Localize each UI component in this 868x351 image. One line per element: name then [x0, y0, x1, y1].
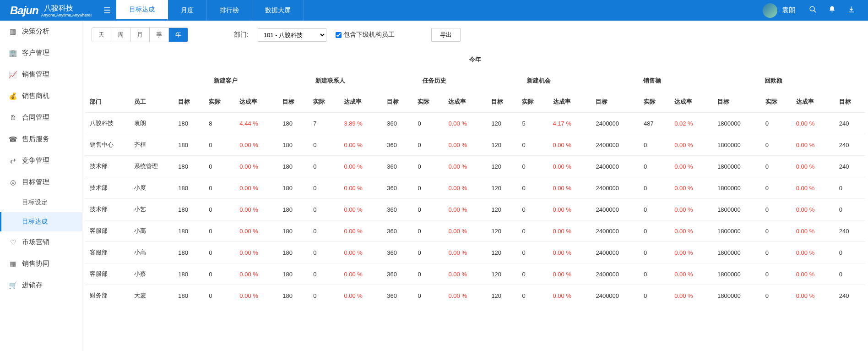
- segment-季[interactable]: 季: [150, 28, 169, 42]
- sidebar-item-2[interactable]: 📈销售管理: [0, 64, 82, 85]
- sidebar-subitem-7-0[interactable]: 目标设定: [0, 193, 82, 212]
- brand-logo: Bajun 八骏科技 Anyone,Anytime,Anywhere!: [0, 4, 98, 17]
- cell-actual: 0: [517, 177, 548, 199]
- sidebar-item-1[interactable]: 🏢客户管理: [0, 42, 82, 64]
- cell-rate: 0.00 %: [548, 156, 591, 177]
- cell-target: 2400000: [591, 263, 639, 285]
- heart-icon: ♡: [8, 238, 17, 247]
- sidebar-item-10[interactable]: 🛒进销存: [0, 274, 82, 296]
- top-tab-0[interactable]: 目标达成: [116, 0, 168, 21]
- cell-target: 0: [835, 263, 865, 285]
- cell-actual: 0: [639, 134, 670, 156]
- cell-actual: 0: [413, 134, 444, 156]
- cell-target: 120: [487, 156, 517, 177]
- table-row[interactable]: 销售中心齐桓18000.00 %18000.00 %36000.00 %1200…: [85, 134, 865, 156]
- avatar[interactable]: [763, 3, 777, 18]
- sidebar-item-5[interactable]: ☎售后服务: [0, 128, 82, 150]
- col-header: 目标: [174, 91, 204, 113]
- table-row[interactable]: 八骏科技袁朗18084.44 %18073.89 %36000.00 %1205…: [85, 113, 865, 134]
- download-icon[interactable]: [846, 5, 856, 16]
- bell-icon[interactable]: [827, 5, 837, 16]
- svg-point-0: [810, 6, 814, 11]
- brand-main: Bajun: [10, 4, 38, 17]
- target-icon: ◎: [8, 178, 17, 186]
- col-header: 达成率: [670, 91, 713, 113]
- user-name[interactable]: 袁朗: [782, 6, 796, 15]
- cell-rate: 0.00 %: [235, 220, 278, 242]
- cell-target: 1800000: [713, 220, 761, 242]
- cell-target: 360: [382, 285, 413, 307]
- chart-icon: ▥: [8, 27, 17, 36]
- cell-rate: 0.00 %: [444, 156, 487, 177]
- segment-周[interactable]: 周: [111, 28, 130, 42]
- cell-target: 2400000: [591, 242, 639, 263]
- cell-rate: 3.89 %: [339, 113, 382, 134]
- cell-target: 120: [487, 220, 517, 242]
- sidebar-item-0[interactable]: ▥决策分析: [0, 21, 82, 42]
- table-row[interactable]: 财务部大麦18000.00 %18000.00 %36000.00 %12000…: [85, 285, 865, 307]
- cell-target: 180: [278, 242, 309, 263]
- cell-rate: 0.00 %: [235, 199, 278, 220]
- cell-rate: 0.00 %: [444, 220, 487, 242]
- cell-actual: 0: [413, 113, 444, 134]
- segment-年[interactable]: 年: [169, 28, 188, 42]
- cell-rate: 0.00 %: [670, 242, 713, 263]
- table-row[interactable]: 客服部小高18000.00 %18000.00 %36000.00 %12000…: [85, 220, 865, 242]
- cell-dept: 客服部: [85, 242, 130, 263]
- cell-rate: 0.00 %: [792, 285, 835, 307]
- include-sub-checkbox[interactable]: [336, 32, 342, 38]
- cell-actual: 0: [309, 156, 339, 177]
- sidebar-item-label: 竞争管理: [22, 156, 49, 165]
- col-header: 达成率: [235, 91, 278, 113]
- top-tab-1[interactable]: 月度: [168, 0, 207, 21]
- table-row[interactable]: 技术部小艺18000.00 %18000.00 %36000.00 %12000…: [85, 199, 865, 220]
- cell-dept: 财务部: [85, 285, 130, 307]
- cell-target: 180: [174, 177, 204, 199]
- cell-target: 1800000: [713, 263, 761, 285]
- cell-actual: 0: [413, 156, 444, 177]
- cell-rate: 0.00 %: [339, 134, 382, 156]
- top-tab-2[interactable]: 排行榜: [207, 0, 252, 21]
- cell-target: 180: [278, 263, 309, 285]
- menu-toggle-icon[interactable]: ☰: [98, 5, 116, 16]
- sidebar-item-4[interactable]: 🗎合同管理: [0, 107, 82, 128]
- cell-rate: 0.00 %: [548, 199, 591, 220]
- col-header: 目标: [713, 91, 761, 113]
- segment-天[interactable]: 天: [92, 28, 111, 42]
- cell-target: 2400000: [591, 113, 639, 134]
- sidebar-subitem-7-1[interactable]: 目标达成: [0, 212, 82, 231]
- cell-rate: 0.00 %: [444, 177, 487, 199]
- table-wrap[interactable]: 今年新建客户新建联系人任务历史新建机会销售额回款额部门员工目标实际达成率目标实际…: [82, 49, 868, 315]
- table-row[interactable]: 技术部小度18000.00 %18000.00 %36000.00 %12000…: [85, 177, 865, 199]
- cell-emp: 小艺: [130, 199, 174, 220]
- dept-select[interactable]: 101 - 八骏科技: [258, 28, 326, 42]
- search-icon[interactable]: [808, 5, 818, 16]
- table-row[interactable]: 客服部小高18000.00 %18000.00 %36000.00 %12000…: [85, 242, 865, 263]
- cell-rate: 0.00 %: [792, 220, 835, 242]
- include-sub-wrap[interactable]: 包含下级机构员工: [336, 31, 395, 39]
- cell-actual: 0: [761, 220, 792, 242]
- include-sub-label: 包含下级机构员工: [343, 31, 395, 39]
- sidebar-item-6[interactable]: ⇄竞争管理: [0, 150, 82, 171]
- table-row[interactable]: 技术部系统管理18000.00 %18000.00 %36000.00 %120…: [85, 156, 865, 177]
- sidebar-item-3[interactable]: 💰销售商机: [0, 85, 82, 107]
- segment-月[interactable]: 月: [130, 28, 150, 42]
- table-row[interactable]: 客服部小蔡18000.00 %18000.00 %36000.00 %12000…: [85, 263, 865, 285]
- sidebar-item-7[interactable]: ◎目标管理: [0, 171, 82, 193]
- col-header: 实际: [639, 91, 670, 113]
- cell-actual: 0: [204, 220, 235, 242]
- cell-rate: 0.00 %: [339, 177, 382, 199]
- service-icon: ☎: [8, 135, 17, 143]
- cell-rate: 0.00 %: [339, 285, 382, 307]
- trend-icon: 📈: [8, 71, 17, 79]
- cell-target: 180: [278, 177, 309, 199]
- cell-actual: 0: [517, 220, 548, 242]
- top-tab-3[interactable]: 数据大屏: [252, 0, 304, 21]
- cell-target: 120: [487, 285, 517, 307]
- cell-actual: 0: [517, 199, 548, 220]
- cell-dept: 技术部: [85, 199, 130, 220]
- export-button[interactable]: 导出: [431, 28, 461, 42]
- sidebar-item-8[interactable]: ♡市场营销: [0, 231, 82, 253]
- sidebar-item-label: 市场营销: [22, 238, 49, 247]
- sidebar-item-9[interactable]: ▦销售协同: [0, 253, 82, 274]
